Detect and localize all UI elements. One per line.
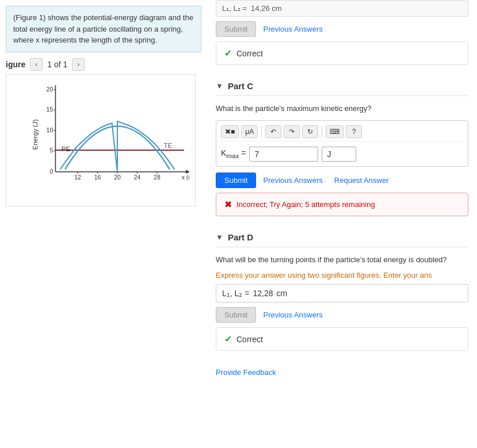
greek-button[interactable]: μA <box>241 125 258 138</box>
part-b-submit-button[interactable]: Submit <box>216 21 256 37</box>
figure-label: igure <box>6 60 25 69</box>
matrix-button[interactable]: ✖■ <box>221 125 239 138</box>
part-c-chevron-icon[interactable]: ▼ <box>216 82 223 90</box>
svg-text:20: 20 <box>114 174 121 181</box>
part-b-prev-answer: L₁, L₂ = 14,26 cm <box>216 0 468 17</box>
svg-text:Energy (J): Energy (J) <box>32 119 39 150</box>
redo-icon: ↷ <box>289 128 295 136</box>
help-icon: ? <box>352 128 356 136</box>
undo-button[interactable]: ↶ <box>265 125 281 138</box>
part-c-math-input-area: ✖■ μA ↶ ↷ ↻ ⌨ <box>216 120 468 167</box>
keyboard-button[interactable]: ⌨ <box>326 125 344 138</box>
part-d-header: ▼ Part D <box>216 228 468 247</box>
part-c-submit-button[interactable]: Submit <box>216 173 256 188</box>
left-panel: (Figure 1) shows the potential-energy di… <box>0 0 207 448</box>
part-d-correct-icon: ✔ <box>224 334 232 344</box>
greek-icon: μA <box>245 128 254 136</box>
part-b-submit-row: Submit Previous Answers <box>216 21 468 37</box>
svg-text:20: 20 <box>47 86 54 92</box>
toolbar-separator-2 <box>322 126 322 137</box>
svg-text:10: 10 <box>47 127 54 133</box>
figure-nav: igure ‹ 1 of 1 › <box>6 58 201 71</box>
provide-feedback-link[interactable]: Provide Feedback <box>216 368 276 377</box>
redo-button[interactable]: ↷ <box>284 125 300 138</box>
svg-text:x (cm): x (cm) <box>182 174 189 181</box>
part-b-prev-answer-text: L₁, L₂ = 14,26 cm <box>222 4 282 13</box>
part-d-correct-text: Correct <box>236 335 263 344</box>
part-c-submit-row: Submit Previous Answers Request Answer <box>216 173 468 188</box>
part-d-l12-row: L₁, L₂ = 12,28 cm <box>216 284 468 303</box>
next-figure-button[interactable]: › <box>72 58 85 71</box>
part-c-prev-answers-link[interactable]: Previous Answers <box>263 176 322 185</box>
prev-figure-button[interactable]: ‹ <box>30 58 43 71</box>
part-c-math-label: Kmax = <box>221 148 246 159</box>
energy-chart: Energy (J) 0 5 10 15 20 <box>32 81 189 189</box>
part-b-correct-box: ✔ Correct <box>216 41 468 65</box>
keyboard-icon: ⌨ <box>330 128 339 136</box>
part-d-l12-unit: cm <box>276 289 287 298</box>
part-c-header: ▼ Part C <box>216 76 468 96</box>
part-d-correct-box: ✔ Correct <box>216 327 468 351</box>
svg-text:28: 28 <box>154 174 161 181</box>
reset-icon: ↻ <box>307 128 313 136</box>
part-c-label: Part C <box>228 81 253 91</box>
svg-text:TE: TE <box>163 141 172 148</box>
part-c-toolbar: ✖■ μA ↶ ↷ ↻ ⌨ <box>221 125 463 142</box>
svg-text:24: 24 <box>134 174 141 181</box>
svg-text:15: 15 <box>47 106 54 113</box>
part-c-incorrect-text: Incorrect; Try Again; 5 attempts remaini… <box>236 200 375 209</box>
part-c-incorrect-icon: ✖ <box>224 199 232 210</box>
part-b-section: L₁, L₂ = 14,26 cm Submit Previous Answer… <box>216 0 468 65</box>
part-d-subtext: Express your answer using two significan… <box>216 271 468 279</box>
part-d-prev-answers-link[interactable]: Previous Answers <box>263 311 322 319</box>
part-d-l12-value: 12,28 <box>253 289 273 298</box>
part-b-prev-answers-link[interactable]: Previous Answers <box>263 25 322 33</box>
part-c-section: ▼ Part C What is the particle's maximum … <box>216 76 468 216</box>
part-d-question: What will be the turning points if the p… <box>216 254 468 266</box>
svg-text:PE: PE <box>62 145 71 152</box>
toolbar-separator-1 <box>261 126 262 137</box>
part-c-equation-row: Kmax = <box>221 147 463 162</box>
description-box: (Figure 1) shows the potential-energy di… <box>6 6 201 52</box>
description-text: (Figure 1) shows the potential-energy di… <box>13 13 193 44</box>
svg-text:16: 16 <box>94 174 101 181</box>
right-panel: L₁, L₂ = 14,26 cm Submit Previous Answer… <box>207 0 477 448</box>
chart-container: Energy (J) 0 5 10 15 20 <box>6 74 196 206</box>
part-b-correct-text: Correct <box>236 49 263 58</box>
part-b-correct-icon: ✔ <box>224 48 232 59</box>
part-d-label: Part D <box>228 232 253 242</box>
part-d-l12-label: L₁, L₂ = <box>222 289 249 298</box>
part-c-incorrect-box: ✖ Incorrect; Try Again; 5 attempts remai… <box>216 193 468 216</box>
help-button[interactable]: ? <box>346 125 362 138</box>
matrix-icon: ✖■ <box>225 128 235 136</box>
part-c-unit-input[interactable] <box>322 147 356 162</box>
undo-icon: ↶ <box>270 128 276 136</box>
svg-marker-3 <box>186 170 189 173</box>
figure-area: igure ‹ 1 of 1 › Energy (J) 0 5 <box>6 58 201 206</box>
part-c-request-answer-link[interactable]: Request Answer <box>334 176 389 185</box>
page-number: 1 of 1 <box>47 60 67 69</box>
part-d-submit-row: Submit Previous Answers <box>216 307 468 323</box>
reset-button[interactable]: ↻ <box>302 125 318 138</box>
svg-text:0: 0 <box>49 168 53 174</box>
part-c-question: What is the particle's maximum kinetic e… <box>216 103 468 114</box>
part-d-chevron-icon[interactable]: ▼ <box>216 233 223 242</box>
part-c-value-input[interactable] <box>249 147 318 162</box>
part-d-submit-button[interactable]: Submit <box>216 307 256 323</box>
svg-text:5: 5 <box>49 147 53 154</box>
svg-text:12: 12 <box>74 174 81 181</box>
part-d-section: ▼ Part D What will be the turning points… <box>216 228 468 351</box>
